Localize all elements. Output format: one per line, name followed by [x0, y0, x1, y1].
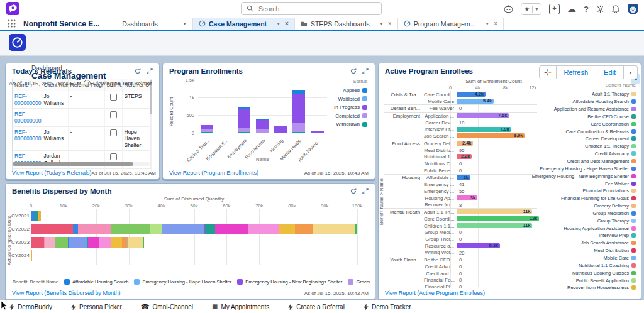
legend-item[interactable]: Financial Foundations: [540, 187, 636, 195]
setup-gear-icon[interactable]: [596, 5, 604, 13]
bar-segment[interactable]: [78, 224, 111, 234]
bar[interactable]: [457, 161, 457, 166]
legend-item[interactable]: Grocery Delivery: [540, 202, 636, 210]
legend-item[interactable]: Affordable Housing Search: [540, 98, 636, 106]
refresh-button[interactable]: Refresh: [557, 65, 597, 79]
tab-dashboards[interactable]: Dashboards▼: [116, 18, 192, 30]
legend-item[interactable]: In Progress: [326, 103, 367, 112]
bar-segment[interactable]: [55, 237, 68, 248]
legend-item[interactable]: Interview Prep: [540, 232, 636, 239]
salesforce-logo[interactable]: [6, 2, 19, 15]
bar-segment[interactable]: [295, 224, 313, 234]
bar-segment[interactable]: [88, 237, 99, 248]
bar-segment[interactable]: [73, 224, 78, 234]
assistant-robot-icon[interactable]: [504, 4, 513, 13]
bar-segment[interactable]: [31, 224, 73, 234]
bar-segment[interactable]: [256, 129, 269, 133]
legend-item[interactable]: Group Meditation: [540, 210, 636, 217]
bar-segment[interactable]: [292, 90, 305, 94]
star-icon[interactable]: ★: [521, 6, 533, 13]
info-icon[interactable]: i: [84, 80, 91, 87]
bar-segment[interactable]: [201, 129, 213, 132]
view-report-link[interactable]: View Report (Benefits Disbursed by Month…: [12, 290, 120, 296]
checkbox[interactable]: [110, 129, 117, 136]
bar-segment[interactable]: [215, 224, 248, 234]
view-report-link[interactable]: View Report (Today's Referrals): [12, 170, 92, 176]
bar-segment[interactable]: [122, 237, 127, 248]
bar-segment[interactable]: [311, 131, 324, 133]
referral-link[interactable]: REF-0000000001: [14, 93, 42, 106]
bar-segment[interactable]: [274, 126, 287, 133]
bar-segment[interactable]: [292, 123, 305, 132]
view-report-link[interactable]: View Report (Program Enrollments): [169, 170, 258, 176]
bar[interactable]: [457, 250, 457, 255]
close-icon[interactable]: ×: [285, 20, 289, 27]
bar-segment[interactable]: [111, 237, 122, 248]
bar-segment[interactable]: [313, 224, 355, 234]
checkbox[interactable]: [110, 94, 117, 101]
referral-link[interactable]: REF-0000000003: [14, 129, 42, 142]
bar-segment[interactable]: [292, 132, 305, 133]
bar-segment[interactable]: [38, 211, 40, 221]
utility-item-demo-tracker[interactable]: Demo Tracker: [354, 300, 421, 313]
bar-segment[interactable]: [201, 125, 213, 129]
bar[interactable]: [457, 182, 457, 187]
bar-segment[interactable]: [45, 237, 55, 248]
view-report-link[interactable]: View Report (Active Program Enrollees): [385, 290, 485, 296]
legend-item[interactable]: Fee Waiver: [540, 180, 636, 187]
expand-icon[interactable]: [362, 188, 369, 194]
chevron-down-icon[interactable]: ▼: [276, 21, 280, 26]
tab-steps-dashboards[interactable]: STEPS Dashboards▼×: [294, 18, 397, 30]
legend-item[interactable]: Care Coordination & Referrals: [540, 128, 636, 135]
help-icon[interactable]: ?: [584, 4, 589, 14]
bar-segment[interactable]: [150, 224, 161, 234]
bar-segment[interactable]: [143, 237, 144, 248]
table-vertical-scrollbar[interactable]: [150, 80, 152, 168]
legend-item[interactable]: Financial Planning for Life Goals: [540, 195, 636, 202]
close-icon[interactable]: ×: [388, 20, 392, 27]
legend-item[interactable]: Waitlisted: [326, 95, 367, 104]
trailhead-cloud-icon[interactable]: ☁: [567, 4, 576, 14]
expand-icon[interactable]: [147, 68, 153, 74]
bar-segment[interactable]: [256, 119, 269, 120]
checkbox[interactable]: [110, 111, 117, 118]
bar-segment[interactable]: [355, 224, 357, 234]
bar-segment[interactable]: [128, 237, 143, 248]
chevron-down-icon[interactable]: ▼: [485, 21, 489, 26]
checkbox[interactable]: [110, 153, 117, 160]
bar-segment[interactable]: [99, 237, 111, 248]
bar-segment[interactable]: [238, 107, 250, 109]
bar-segment[interactable]: [31, 237, 44, 248]
bar-segment[interactable]: [248, 224, 279, 234]
bar-segment[interactable]: [201, 132, 213, 133]
close-icon[interactable]: ×: [494, 20, 497, 27]
legend-item[interactable]: Career Development: [540, 135, 636, 143]
chevron-down-icon[interactable]: ▼: [182, 21, 187, 26]
app-name[interactable]: Nonprofit Service E...: [19, 18, 116, 30]
bar-segment[interactable]: [292, 94, 305, 123]
bar-segment[interactable]: [238, 132, 250, 133]
refresh-icon[interactable]: [350, 188, 357, 194]
bar-segment[interactable]: [238, 128, 250, 132]
table-horizontal-scrollbar[interactable]: [13, 162, 150, 166]
tab-case-management[interactable]: Case Management▼×: [192, 18, 294, 30]
user-avatar[interactable]: [627, 3, 639, 15]
legend-item[interactable]: Completed: [326, 112, 367, 121]
utility-item-omni-channel[interactable]: ☎Omni-Channel: [131, 300, 203, 313]
bar[interactable]: [457, 120, 457, 125]
legend-item[interactable]: Emergency Housing - Hope Haven Shelter: [540, 165, 636, 172]
referral-link[interactable]: REF-0000000002: [14, 111, 42, 124]
legend-item[interactable]: Withdrawn: [326, 120, 367, 129]
legend-item[interactable]: Application and Resume Assistance: [540, 106, 636, 113]
bar[interactable]: [457, 148, 457, 153]
tab-program-managem-[interactable]: Program Managem...▼×: [397, 18, 504, 30]
legend-item[interactable]: Meal Distribution: [540, 247, 636, 255]
expand-icon[interactable]: [362, 68, 369, 74]
bar-segment[interactable]: [279, 224, 295, 234]
refresh-icon[interactable]: [135, 68, 141, 74]
legend-item[interactable]: Emergency Housing - Hope Haven Shelter: [134, 279, 231, 285]
legend-item[interactable]: Emergency Housing - New Beginnings Shelt…: [237, 279, 342, 285]
legend-item[interactable]: Credit and Debt Management: [540, 158, 636, 165]
legend-item[interactable]: Housing Application Assistance: [540, 224, 636, 232]
legend-item[interactable]: Be the CFO Course: [540, 113, 636, 121]
